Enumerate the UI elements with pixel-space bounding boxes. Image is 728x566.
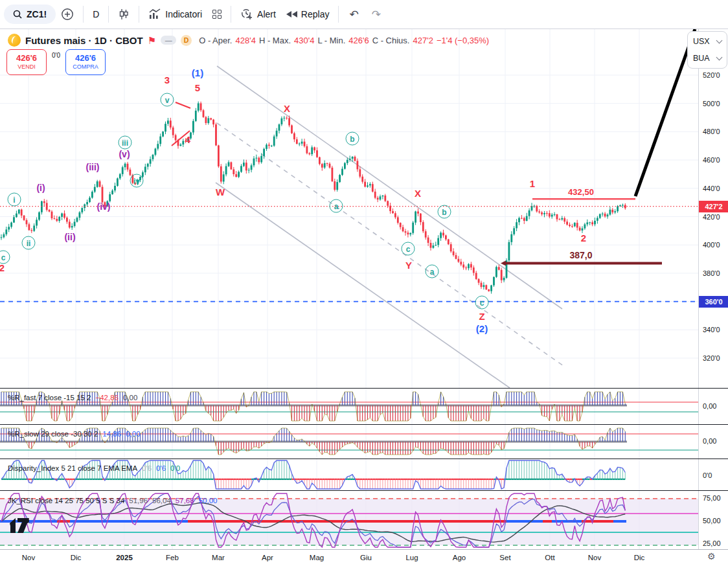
elliott-label[interactable]: i <box>8 193 21 207</box>
symbol-search-box[interactable]: ZC1! <box>4 5 56 24</box>
candle-body <box>74 222 76 226</box>
elliott-label[interactable]: ii <box>22 236 36 250</box>
candle-body <box>324 163 326 168</box>
close-value: 427'2 <box>413 36 433 45</box>
pane-separator[interactable] <box>0 424 728 425</box>
elliott-label[interactable]: (2) <box>476 323 488 334</box>
currency-select[interactable]: USX <box>688 37 727 46</box>
candle-body <box>33 225 35 231</box>
candle-body <box>415 212 416 223</box>
pane-label[interactable]: %R_slow 29 close -30 30 214,860,00 <box>8 430 141 438</box>
candle-body <box>559 220 561 220</box>
elliott-label[interactable]: a <box>426 265 439 278</box>
candle-body <box>407 232 409 234</box>
elliott-label[interactable]: X <box>284 103 290 114</box>
elliott-label[interactable]: 4 <box>185 134 190 145</box>
symbol-title[interactable]: Futures mais · 1D · CBOT <box>25 35 143 46</box>
trend-line[interactable] <box>217 66 562 309</box>
indicators-button[interactable]: Indicatori <box>143 3 207 25</box>
candle-body <box>594 221 596 224</box>
pane-label[interactable]: %R_fast 7 close -15 15 2−42,860,00 <box>8 394 137 402</box>
price-tick: 520'0 <box>703 71 720 79</box>
candle-body <box>607 214 609 216</box>
interval-button[interactable]: D <box>87 3 104 25</box>
elliott-label[interactable]: (iii) <box>86 162 100 172</box>
alert-button[interactable]: Alert <box>235 3 281 25</box>
elliott-label[interactable]: 5 <box>195 82 200 93</box>
candle-body <box>28 224 30 230</box>
price-tick: 320'0 <box>703 354 720 362</box>
candle-body <box>94 187 96 192</box>
elliott-label[interactable]: X <box>415 188 421 199</box>
price-axis[interactable]: 520'0500'0480'0460'0440'0420'0400'0380'0… <box>698 29 728 549</box>
candle-body <box>30 230 32 231</box>
candle-body <box>445 236 447 240</box>
axis-settings-icon[interactable]: ⚙ <box>707 551 716 561</box>
elliott-label[interactable]: c <box>402 242 415 256</box>
time-axis[interactable]: NovDic2025FebMarAprMagGiuLugAgoSetOttNov… <box>0 549 728 566</box>
undo-button[interactable]: ↶ <box>343 8 365 21</box>
layout-button[interactable] <box>207 3 227 25</box>
elliott-label[interactable]: b <box>346 132 359 146</box>
elliott-label[interactable]: (i) <box>36 183 45 193</box>
pane-separator[interactable] <box>0 388 728 389</box>
candle-body <box>71 226 73 227</box>
candle-body <box>152 155 154 159</box>
replay-button[interactable]: Replay <box>281 3 335 25</box>
pane-separator[interactable] <box>0 458 728 459</box>
candle-body <box>301 142 303 144</box>
candle-body <box>89 198 91 202</box>
elliott-label[interactable]: a <box>330 199 343 213</box>
elliott-label[interactable]: b <box>438 205 451 219</box>
chart-type-button[interactable] <box>113 3 135 25</box>
candle-body <box>288 118 290 125</box>
redo-button[interactable]: ↷ <box>365 8 387 21</box>
flag-icon[interactable]: ⚑ <box>148 36 156 45</box>
trend-line[interactable] <box>216 183 510 388</box>
pane-separator[interactable] <box>0 490 728 491</box>
candle-body <box>440 232 442 238</box>
elliott-label[interactable]: c <box>475 296 489 310</box>
pane-label[interactable]: JK_RSI close 14 25 75 50 5 S S 3451,9656… <box>8 497 217 504</box>
candle-body <box>198 103 199 110</box>
candle-body <box>455 255 457 259</box>
elliott-label[interactable]: (iv) <box>97 201 111 212</box>
candle-body <box>223 174 225 181</box>
candle-body <box>170 120 172 128</box>
candle-body <box>347 160 348 163</box>
elliott-label[interactable]: 2 <box>581 232 586 243</box>
elliott-label[interactable]: (ii) <box>64 232 75 242</box>
elliott-label[interactable]: v <box>161 93 174 107</box>
candle-body <box>16 214 17 218</box>
candle-body <box>61 214 63 217</box>
candle-body <box>468 264 470 268</box>
indicator-panels[interactable] <box>0 388 698 566</box>
price-tick: 460'0 <box>703 156 720 164</box>
elliott-label[interactable]: 1 <box>530 178 535 189</box>
candle-body <box>86 202 88 205</box>
candle-body <box>336 182 338 190</box>
elliott-label[interactable]: 2 <box>0 262 5 273</box>
elliott-label[interactable]: iii <box>119 136 132 150</box>
elliott-label[interactable]: Z <box>479 311 484 322</box>
buy-button[interactable]: 426'6 COMPRA <box>65 49 106 75</box>
candle-body <box>622 205 624 206</box>
elliott-label[interactable]: W <box>216 187 225 198</box>
candle-body <box>279 124 280 131</box>
projection-line[interactable] <box>635 29 695 196</box>
elliott-label[interactable]: Y <box>405 260 412 271</box>
symbol-logo <box>8 34 21 47</box>
elliott-label[interactable]: (v) <box>119 149 130 159</box>
sell-button[interactable]: 426'6 VENDI <box>6 49 47 75</box>
add-symbol-button[interactable] <box>56 3 79 25</box>
indicator-value: 51,96 <box>129 497 148 504</box>
chevron-down-icon <box>716 54 723 61</box>
elliott-label[interactable]: (1) <box>192 67 203 78</box>
indicator-title: %R_fast 7 close -15 15 2 <box>8 394 91 402</box>
collapse-pill[interactable]: — <box>161 36 176 45</box>
unit-select[interactable]: BUA <box>688 54 727 63</box>
elliott-label[interactable]: iv <box>130 174 144 188</box>
tradingview-logo[interactable] <box>9 517 34 534</box>
pane-label[interactable]: Disparity_Index 5 21 close 7 EMA EMA0'60… <box>8 464 180 472</box>
elliott-label[interactable]: 3 <box>165 74 170 85</box>
